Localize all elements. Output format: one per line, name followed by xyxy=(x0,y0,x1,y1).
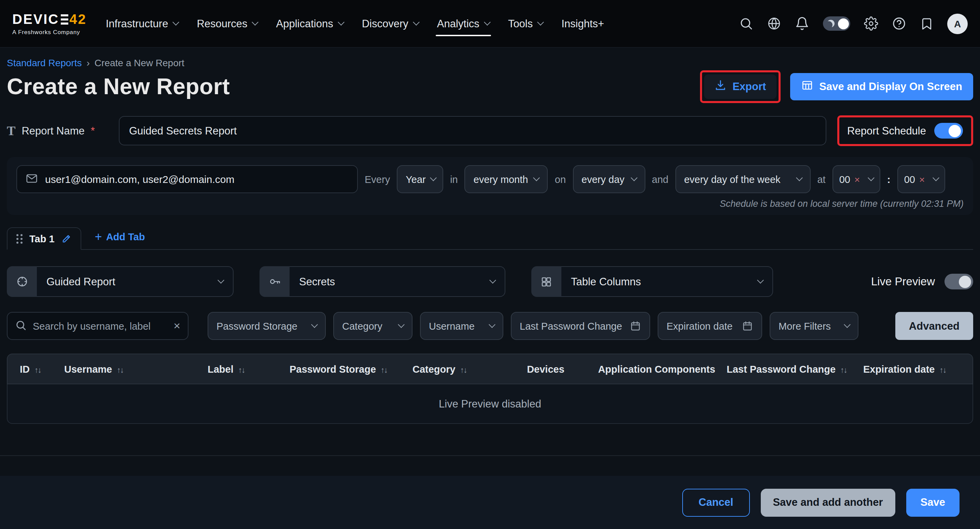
page-title: Create a New Report xyxy=(7,74,230,100)
username-filter[interactable]: Username xyxy=(420,312,503,340)
report-schedule-label: Report Schedule xyxy=(847,125,926,137)
column-header-expiration-date[interactable]: Expiration date xyxy=(863,364,960,374)
column-header-id[interactable]: ID xyxy=(20,364,64,374)
chevron-down-icon xyxy=(932,175,939,181)
save-button[interactable]: Save xyxy=(906,488,959,516)
clear-x-icon[interactable] xyxy=(854,175,860,184)
logo-accent: 42 xyxy=(69,12,87,27)
schedule-email-input[interactable] xyxy=(45,173,349,185)
column-header-label[interactable]: Label xyxy=(208,364,290,374)
period-select[interactable]: Year xyxy=(397,165,443,193)
plus-icon xyxy=(95,231,102,243)
nav-applications[interactable]: Applications xyxy=(276,0,344,47)
tab-bar: Tab 1 Add Tab xyxy=(7,227,973,250)
table-columns-select[interactable]: Table Columns xyxy=(531,266,773,297)
expiration-date-filter[interactable]: Expiration date xyxy=(658,312,762,340)
schedule-email-field[interactable] xyxy=(16,165,358,193)
nav-infrastructure[interactable]: Infrastructure xyxy=(106,0,178,47)
edit-pencil-icon[interactable] xyxy=(62,234,72,244)
report-schedule-toggle[interactable] xyxy=(934,123,963,138)
sort-icon[interactable] xyxy=(238,364,245,374)
search-icon[interactable] xyxy=(739,16,753,31)
minute-select[interactable]: 00 xyxy=(897,165,945,193)
sort-icon[interactable] xyxy=(460,364,467,374)
tab-1[interactable]: Tab 1 xyxy=(7,227,81,250)
clear-x-icon[interactable] xyxy=(919,175,925,184)
column-header-last-password-change[interactable]: Last Password Change xyxy=(727,364,863,374)
drag-handle-icon[interactable] xyxy=(16,234,22,243)
chevron-down-icon xyxy=(311,321,318,328)
selector-row: Guided Report Secrets Table Columns xyxy=(7,266,973,297)
sort-icon[interactable] xyxy=(117,364,123,374)
day-select[interactable]: every day xyxy=(573,165,645,193)
hour-select[interactable]: 00 xyxy=(832,165,880,193)
nav-discovery[interactable]: Discovery xyxy=(362,0,418,47)
clear-search-icon[interactable] xyxy=(173,320,180,332)
search-field[interactable] xyxy=(7,312,188,340)
download-icon xyxy=(714,79,726,94)
time-separator: : xyxy=(887,173,891,185)
category-filter[interactable]: Category xyxy=(333,312,412,340)
search-input[interactable] xyxy=(33,321,167,331)
export-button[interactable]: Export xyxy=(704,75,776,99)
nav-insights-plus[interactable]: Insights+ xyxy=(562,0,604,47)
topbar-actions: A xyxy=(739,13,968,34)
gear-icon[interactable] xyxy=(864,16,878,31)
device42-logo[interactable]: DEVIC 42 A Freshworks Company xyxy=(12,12,87,35)
calendar-icon xyxy=(630,320,641,332)
nav-analytics[interactable]: Analytics xyxy=(437,0,490,47)
sort-icon[interactable] xyxy=(381,364,387,374)
report-name-row: T Report Name * Report Schedule xyxy=(7,115,973,146)
chevron-down-icon xyxy=(430,175,437,181)
column-header-password-storage[interactable]: Password Storage xyxy=(290,364,412,374)
table-header: ID Username Label Password Storage Categ… xyxy=(7,354,973,384)
chevron-down-icon xyxy=(338,19,345,25)
object-type-select[interactable]: Secrets xyxy=(259,266,505,297)
last-password-change-filter[interactable]: Last Password Change xyxy=(511,312,650,340)
column-header-username[interactable]: Username xyxy=(64,364,208,374)
column-header-devices: Devices xyxy=(505,364,587,374)
weekday-select[interactable]: every day of the week xyxy=(675,165,810,193)
column-header-application-components: Application Components xyxy=(587,364,727,374)
chevron-down-icon xyxy=(252,19,259,25)
help-icon[interactable] xyxy=(892,16,906,31)
bookmark-icon[interactable] xyxy=(920,17,934,30)
chevron-down-icon xyxy=(218,277,224,284)
breadcrumb: Standard Reports › Create a New Report xyxy=(7,57,973,68)
title-actions: Export Save and Display On Screen xyxy=(700,70,973,103)
theme-toggle[interactable] xyxy=(823,16,850,31)
bell-icon[interactable] xyxy=(795,16,809,31)
chevron-down-icon xyxy=(489,277,496,284)
save-and-display-button[interactable]: Save and Display On Screen xyxy=(790,73,973,100)
sort-icon[interactable] xyxy=(840,364,847,374)
nav-resources[interactable]: Resources xyxy=(197,0,258,47)
filter-row: Password Storage Category Username Last … xyxy=(7,312,973,340)
advanced-button[interactable]: Advanced xyxy=(895,312,973,340)
avatar[interactable]: A xyxy=(947,13,968,34)
live-preview-toggle[interactable] xyxy=(945,274,973,289)
password-storage-filter[interactable]: Password Storage xyxy=(208,312,326,340)
toggle-knob xyxy=(838,18,848,29)
more-filters-dropdown[interactable]: More Filters xyxy=(770,312,858,340)
empty-message: Live Preview disabled xyxy=(439,397,541,410)
add-tab-button[interactable]: Add Tab xyxy=(95,231,145,249)
report-name-input[interactable] xyxy=(119,116,826,145)
nav-tools[interactable]: Tools xyxy=(508,0,543,47)
sort-icon[interactable] xyxy=(940,364,946,374)
globe-icon[interactable] xyxy=(767,16,781,31)
schedule-note: Schedule is based on local server time (… xyxy=(16,199,964,209)
logo-subtitle: A Freshworks Company xyxy=(12,29,87,35)
table-empty-state: Live Preview disabled xyxy=(7,384,973,424)
cancel-button[interactable]: Cancel xyxy=(682,488,750,516)
table-icon xyxy=(801,79,813,94)
sort-icon[interactable] xyxy=(35,364,41,374)
breadcrumb-standard-reports[interactable]: Standard Reports xyxy=(7,57,82,68)
month-select[interactable]: every month xyxy=(465,165,548,193)
save-and-add-another-button[interactable]: Save and add another xyxy=(760,488,895,516)
and-label: and xyxy=(652,174,668,185)
text-format-icon: T xyxy=(7,123,15,138)
top-navigation-bar: DEVIC 42 A Freshworks Company Infrastruc… xyxy=(0,0,980,48)
column-header-category[interactable]: Category xyxy=(412,364,505,374)
required-asterisk: * xyxy=(91,125,95,137)
report-type-select[interactable]: Guided Report xyxy=(7,266,234,297)
